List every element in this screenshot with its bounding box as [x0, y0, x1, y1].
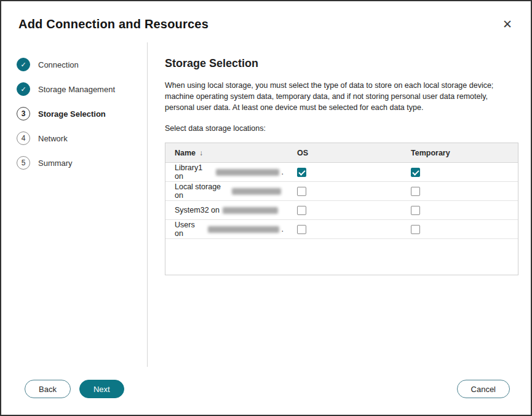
description-text: When using local storage, you must selec…	[165, 80, 518, 113]
storage-name-text: System32 on	[175, 206, 220, 214]
step-network[interactable]: 4 Network	[1, 126, 147, 151]
step-number-icon: 5	[17, 156, 30, 170]
step-connection[interactable]: ✓ Connection	[1, 52, 147, 77]
storage-name: System32 on	[165, 206, 284, 214]
temporary-header-label: Temporary	[411, 149, 450, 157]
temporary-column-header[interactable]: Temporary	[397, 149, 518, 157]
step-complete-icon: ✓	[17, 58, 30, 71]
redacted-server-name	[208, 226, 279, 233]
dialog-body: ✓ Connection ✓ Storage Management 3 Stor…	[1, 42, 531, 367]
storage-name: Library1 on .	[165, 163, 284, 181]
step-complete-icon: ✓	[17, 82, 30, 96]
os-checkbox[interactable]	[297, 168, 306, 177]
add-connection-resources-dialog: Add Connection and Resources ✕ ✓ Connect…	[0, 0, 532, 416]
table-row: Library1 on .	[165, 163, 518, 182]
step-storage-management[interactable]: ✓ Storage Management	[1, 77, 147, 101]
close-icon[interactable]: ✕	[500, 16, 515, 33]
redacted-server-name	[223, 207, 278, 214]
dialog-footer: Back Next Cancel	[1, 367, 531, 415]
os-column-header[interactable]: OS	[284, 149, 397, 157]
table-row: Local storage on	[165, 182, 518, 201]
step-label: Network	[38, 134, 68, 143]
storage-selection-panel: Storage Selection When using local stora…	[148, 42, 531, 367]
os-header-label: OS	[297, 149, 308, 157]
table-row: System32 on	[165, 201, 518, 220]
temporary-checkbox[interactable]	[411, 206, 420, 215]
table-empty-area	[165, 239, 518, 275]
wizard-steps-sidebar: ✓ Connection ✓ Storage Management 3 Stor…	[1, 42, 148, 367]
dialog-header: Add Connection and Resources ✕	[1, 1, 531, 42]
temporary-checkbox[interactable]	[411, 168, 420, 177]
table-row: Users on .	[165, 220, 518, 239]
storage-name-text: Users on	[175, 221, 205, 238]
os-checkbox[interactable]	[297, 187, 306, 196]
redacted-server-name	[232, 188, 281, 195]
os-checkbox[interactable]	[297, 206, 306, 215]
step-number-icon: 4	[17, 131, 30, 145]
storage-name: Local storage on	[165, 182, 284, 200]
step-label: Summary	[38, 159, 73, 168]
step-label: Connection	[38, 60, 79, 69]
step-number-icon: 3	[17, 107, 30, 120]
redacted-server-name	[216, 169, 279, 176]
name-header-label: Name	[175, 149, 196, 157]
storage-name-text: Local storage on	[175, 182, 229, 200]
os-checkbox[interactable]	[297, 225, 306, 234]
storage-locations-table: Name ↓ OS Temporary Library1 on .	[165, 143, 518, 275]
sort-descending-icon: ↓	[199, 149, 203, 157]
cancel-button[interactable]: Cancel	[457, 380, 510, 398]
storage-name-text: Library1 on	[175, 163, 213, 181]
name-column-header[interactable]: Name ↓	[165, 149, 284, 157]
temporary-checkbox[interactable]	[411, 187, 420, 196]
step-storage-selection[interactable]: 3 Storage Selection	[1, 101, 147, 126]
next-button[interactable]: Next	[79, 380, 124, 398]
step-label: Storage Selection	[38, 109, 106, 119]
select-locations-label: Select data storage locations:	[165, 124, 518, 133]
step-label: Storage Management	[38, 85, 115, 94]
dialog-title: Add Connection and Resources	[18, 17, 208, 31]
temporary-checkbox[interactable]	[411, 225, 420, 234]
page-title: Storage Selection	[165, 57, 518, 70]
step-summary[interactable]: 5 Summary	[1, 151, 147, 175]
back-button[interactable]: Back	[25, 380, 71, 398]
table-header-row: Name ↓ OS Temporary	[165, 143, 518, 163]
storage-name: Users on .	[165, 221, 284, 238]
